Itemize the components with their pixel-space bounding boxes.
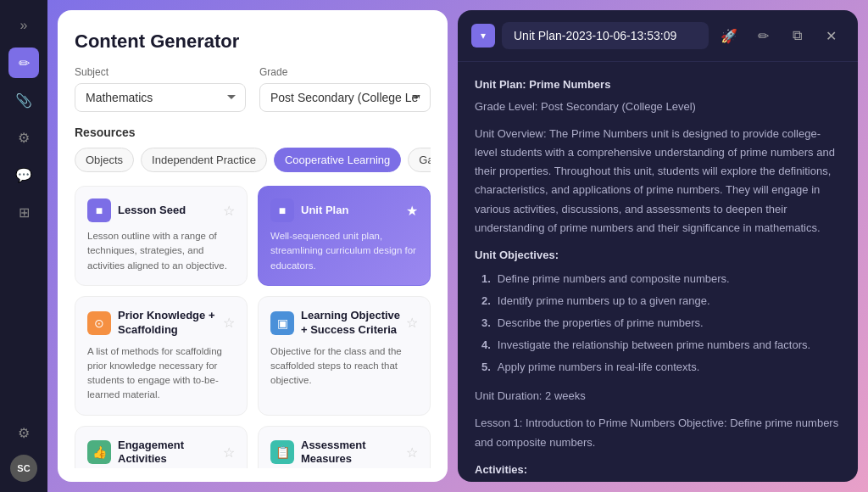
grade-label: Grade	[259, 66, 431, 78]
assessment-icon: 📋	[270, 440, 294, 464]
unit-plan-star[interactable]: ★	[406, 203, 418, 219]
grade-select[interactable]: Post Secondary (College Lev...	[259, 83, 431, 112]
duration: Unit Duration: 2 weeks	[475, 387, 841, 405]
plan-title: Unit Plan: Prime Numbers	[475, 75, 841, 94]
prior-knowledge-title: Prior Knowledge + Scaffolding	[118, 309, 223, 338]
copy-icon[interactable]: ⧉	[783, 22, 810, 49]
card-learning-objective[interactable]: ▣ Learning Objective + Success Criteria …	[258, 296, 431, 416]
header-actions: 🚀 ✏ ⧉ ✕	[715, 22, 844, 49]
unit-plan-panel: ▾ 🚀 ✏ ⧉ ✕ Unit Plan: Prime Numbers Grade…	[458, 10, 858, 482]
tab-objects[interactable]: Objects	[75, 148, 134, 172]
card-header: ■ Lesson Seed ☆	[87, 198, 235, 222]
learning-objective-desc: Objective for the class and the scaffold…	[270, 344, 418, 389]
main-area: Content Generator Subject Mathematics Gr…	[47, 0, 868, 492]
left-sidebar: » ✏ 📎 ⚙ 💬 ⊞ ⚙ SC	[0, 0, 47, 492]
unit-plan-icon: ■	[270, 198, 294, 222]
unit-plan-header: ▾ 🚀 ✏ ⧉ ✕	[458, 10, 858, 62]
learning-objective-title: Learning Objective + Success Criteria	[301, 309, 406, 338]
card-header: ▣ Learning Objective + Success Criteria …	[270, 309, 418, 338]
assessment-title: Assessment Measures	[301, 439, 406, 467]
card-engagement[interactable]: 👍 Engagement Activities ☆ Spark curiosit…	[75, 426, 248, 468]
objectives-title: Unit Objectives:	[475, 246, 841, 265]
lesson-seed-title: Lesson Seed	[118, 204, 186, 218]
objective-5: Apply prime numbers in real-life context…	[481, 356, 841, 378]
overview: Unit Overview: The Prime Numbers unit is…	[475, 125, 841, 238]
lesson-seed-star[interactable]: ☆	[223, 203, 235, 219]
grade-level: Grade Level: Post Secondary (College Lev…	[475, 98, 841, 116]
objectives-list: Define prime numbers and composite numbe…	[475, 268, 841, 378]
lesson-seed-icon: ■	[87, 198, 111, 222]
pencil-icon[interactable]: ✏	[8, 48, 39, 78]
content-generator-panel: Content Generator Subject Mathematics Gr…	[58, 10, 448, 482]
activities-title: Activities:	[475, 461, 841, 479]
tab-independent-practice[interactable]: Independent Practice	[141, 148, 267, 172]
card-unit-plan[interactable]: ■ Unit Plan ★ Well-sequenced unit plan, …	[258, 186, 431, 286]
lesson-seed-desc: Lesson outline with a range of technique…	[87, 229, 235, 273]
prior-knowledge-icon: ⊙	[87, 311, 111, 335]
card-prior-knowledge[interactable]: ⊙ Prior Knowledge + Scaffolding ☆ A list…	[75, 296, 248, 416]
settings-icon[interactable]: ⚙	[8, 417, 39, 448]
objective-1: Define prime numbers and composite numbe…	[481, 268, 841, 290]
avatar[interactable]: SC	[10, 455, 37, 482]
card-lesson-seed[interactable]: ■ Lesson Seed ☆ Lesson outline with a ra…	[75, 186, 248, 286]
engagement-icon: 👍	[87, 440, 111, 464]
unit-plan-content: Unit Plan: Prime Numbers Grade Level: Po…	[458, 62, 858, 482]
subject-select[interactable]: Mathematics	[75, 83, 246, 112]
chat-icon[interactable]: 💬	[8, 159, 39, 190]
lesson1-title: Lesson 1: Introduction to Prime Numbers …	[475, 414, 841, 451]
card-header: 👍 Engagement Activities ☆	[87, 439, 235, 467]
tab-cooperative-learning[interactable]: Cooperative Learning	[274, 148, 401, 172]
unit-plan-desc: Well-sequenced unit plan, streamlining c…	[270, 229, 418, 273]
subject-label: Subject	[75, 66, 246, 78]
assessment-star[interactable]: ☆	[406, 444, 418, 461]
cards-grid: ■ Lesson Seed ☆ Lesson outline with a ra…	[75, 186, 431, 468]
panel-title: Content Generator	[75, 31, 431, 53]
layers-icon[interactable]: ⊞	[8, 197, 39, 227]
edit-icon[interactable]: ✏	[749, 22, 776, 49]
objective-4: Investigate the relationship between pri…	[481, 334, 841, 356]
form-row: Subject Mathematics Grade Post Secondary…	[75, 66, 431, 112]
prior-knowledge-desc: A list of methods for scaffolding prior …	[87, 344, 235, 403]
learning-objective-icon: ▣	[270, 311, 294, 335]
unit-plan-title-input[interactable]	[502, 22, 709, 49]
card-header: ⊙ Prior Knowledge + Scaffolding ☆	[87, 309, 235, 338]
card-header: 📋 Assessment Measures ☆	[270, 439, 418, 467]
rocket-icon[interactable]: 🚀	[715, 22, 743, 49]
unit-plan-title: Unit Plan	[301, 204, 348, 218]
card-header: ■ Unit Plan ★	[270, 198, 418, 222]
resources-label: Resources	[75, 126, 431, 139]
objective-3: Describe the properties of prime numbers…	[481, 312, 841, 334]
close-icon[interactable]: ✕	[817, 22, 844, 49]
subject-group: Subject Mathematics	[75, 66, 246, 112]
card-assessment[interactable]: 📋 Assessment Measures ☆ Evaluate student…	[258, 426, 431, 468]
chevron-double-right-icon[interactable]: »	[8, 10, 39, 41]
resource-tabs: Objects Independent Practice Cooperative…	[75, 148, 431, 172]
tools-icon[interactable]: ⚙	[8, 122, 39, 153]
engagement-title: Engagement Activities	[118, 439, 223, 467]
tab-gamification[interactable]: Gamification	[408, 148, 431, 172]
engagement-star[interactable]: ☆	[223, 444, 235, 461]
objective-2: Identify prime numbers up to a given ran…	[481, 290, 841, 312]
prior-knowledge-star[interactable]: ☆	[223, 315, 235, 331]
grade-group: Grade Post Secondary (College Lev...	[259, 66, 431, 112]
learning-objective-star[interactable]: ☆	[406, 315, 418, 331]
dropdown-button[interactable]: ▾	[471, 24, 495, 48]
paperclip-icon[interactable]: 📎	[8, 85, 39, 115]
